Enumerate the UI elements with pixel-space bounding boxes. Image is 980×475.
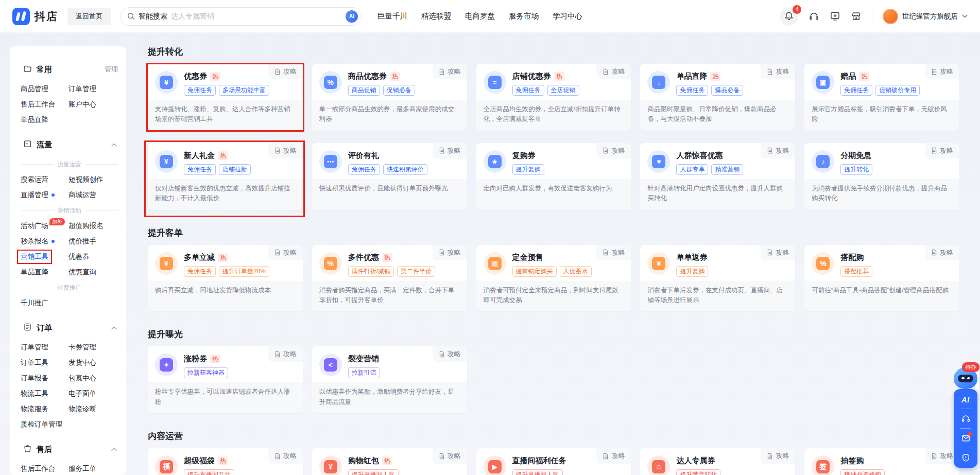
tool-card[interactable]: 攻略¥单单返券提升复购消费者下单后发券，在支付成功页、直播间、店铺等场景进行展示 (640, 245, 795, 312)
sidebar-item[interactable]: 订单报备 (21, 371, 68, 386)
sidebar-item[interactable]: 订单管理 (21, 340, 68, 355)
sidebar-item[interactable]: 优惠查询 (68, 265, 118, 280)
nav-link[interactable]: 精选联盟 (421, 11, 451, 21)
tool-card[interactable]: 攻略¥新人礼金热免佣任务店铺拉新仅对店铺新客生效的优惠立减，高效提升店铺拉新能力… (148, 143, 303, 210)
ai-robot-icon[interactable]: 待办 (954, 367, 977, 389)
sidebar-item[interactable]: 短视频创作 (68, 172, 118, 187)
tool-card[interactable]: 攻略⋯评价有礼免佣任务快速积累评价快速积累优质评价，且能获得订单页额外曝光 (312, 143, 467, 210)
tool-card[interactable]: 攻略%搭配购搭配推荐可前往“商品工具-商品搭配”创建/管理商品搭配购 (804, 245, 959, 312)
tool-card[interactable]: 攻略%多件优惠热满件打折/减钱第二件半价消费者购买指定商品，买满一定件数，合并下… (312, 245, 467, 312)
strategy-link[interactable]: 攻略 (268, 143, 303, 159)
strategy-link[interactable]: 攻略 (433, 64, 467, 79)
sidebar-item[interactable]: 商品管理 (21, 81, 68, 97)
tool-card[interactable]: 攻略¥多单立减热免佣任务提升订单量20%购后再买立减，同地址发货降低物流成本 (148, 245, 303, 312)
sidebar-item[interactable]: 售后工作台 (21, 461, 68, 475)
strategy-link[interactable]: 攻略 (761, 245, 795, 260)
nav-link[interactable]: 巨量千川 (377, 11, 407, 21)
strategy-link[interactable]: 攻略 (761, 143, 795, 159)
strategy-link[interactable]: 攻略 (925, 143, 959, 159)
tool-card[interactable]: 攻略▦定金预售提前锁定购买大促蓄水消费者可预付定金来预定商品，到时间支付尾款即可… (476, 245, 631, 312)
nav-link[interactable]: 电商罗盘 (465, 11, 495, 21)
nav-link[interactable]: 服务市场 (509, 11, 539, 21)
sidebar-item[interactable]: 优惠券 (68, 249, 118, 265)
service-headset-icon[interactable] (961, 414, 971, 424)
sidebar-item[interactable]: 超值购报名 (68, 218, 118, 234)
tool-card[interactable]: 攻略=店铺优惠券热免佣任务全店促销全店商品均生效的券，全店立减/折扣提升订单转化… (476, 64, 631, 131)
tool-card[interactable]: 攻略✦涨粉券热拉新获客神器粉丝专享优惠券，可以加速店铺或者合作达人涨粉 (148, 346, 303, 413)
multi-item-discount-icon: % (319, 252, 342, 275)
strategy-link[interactable]: 攻略 (925, 245, 959, 260)
message-inbox-icon[interactable] (961, 433, 971, 443)
sidebar-item[interactable]: 营销工具 (21, 249, 68, 265)
strategy-link[interactable]: 攻略 (761, 64, 795, 79)
tool-card[interactable]: 攻略▶直播间福利任务提升直播间人气 (476, 448, 631, 475)
sidebar-item[interactable]: 服务工单 (68, 461, 118, 475)
ai-assistant-button[interactable]: AI (961, 395, 970, 404)
shop-manage-icon[interactable] (851, 11, 862, 22)
sidebar-item[interactable]: 售后工作台 (21, 97, 68, 112)
doc-icon (603, 147, 609, 154)
sidebar-item[interactable]: 质检订单管理 (21, 417, 68, 432)
security-shield-icon[interactable] (961, 453, 971, 463)
nav-link[interactable]: 学习中心 (553, 11, 582, 21)
sidebar-item[interactable]: 优价推手 (68, 234, 118, 249)
strategy-link[interactable]: 攻略 (596, 64, 631, 79)
sidebar-item[interactable]: 单品直降 (21, 265, 68, 280)
sidebar-item[interactable]: 物流服务 (21, 401, 68, 417)
sidebar-item[interactable]: 物流诊断 (68, 401, 118, 417)
strategy-link[interactable]: 攻略 (433, 143, 467, 159)
sidebar-item[interactable]: 活动广场加补 (21, 218, 68, 234)
sidebar-item[interactable]: 单品直降 (21, 112, 68, 128)
sidebar-item[interactable]: 物流工具 (21, 386, 68, 401)
tool-card[interactable]: 攻略签抽签购稀缺品资格购 (804, 448, 959, 475)
strategy-link[interactable]: 攻略 (433, 346, 467, 362)
tool-card[interactable]: 攻略♥人群惊喜优惠人群专享精准营销针对高潜转化用户定向设置优惠券，提升人群购买转… (640, 143, 795, 210)
sidebar-item[interactable]: 电子面单 (68, 386, 118, 401)
search-input[interactable]: 智能搜索 达人专属营销 AI (120, 7, 362, 26)
strategy-link[interactable]: 攻略 (268, 346, 303, 362)
sidebar-item[interactable]: 订单管理 (68, 81, 118, 97)
strategy-link[interactable]: 攻略 (925, 64, 959, 79)
tool-card[interactable]: 攻略♪分期免息提升转化为消费者提供免手续费分期付款优惠，提升商品购买转化 (804, 143, 959, 210)
tool-card[interactable]: 攻略☺达人专属券提升带货转化 (640, 448, 795, 475)
notification-bell-icon[interactable]: 4 (780, 7, 798, 26)
strategy-link[interactable]: 攻略 (268, 64, 303, 79)
chevron-up-icon[interactable] (110, 447, 118, 452)
sidebar-item[interactable]: 包裹中心 (68, 371, 118, 386)
sidebar-item[interactable]: 搜索运营 (21, 172, 68, 187)
sidebar-item[interactable]: 卡券管理 (68, 340, 118, 355)
tool-card[interactable]: 攻略¥优惠券热免佣任务多场景功能丰富支持提转化、涨粉、复购、达人合作等多种营销场… (148, 64, 303, 131)
back-home-button[interactable]: 返回首页 (67, 8, 111, 25)
tool-card[interactable]: 攻略<裂变营销拉新引流以优惠券作为奖励，激励消费者分享给好友，提升商品流量 (312, 346, 467, 413)
sidebar-item[interactable]: 直播管理 (21, 187, 68, 203)
strategy-link[interactable]: 攻略 (433, 245, 467, 260)
sidebar-item[interactable]: 商城运营 (68, 187, 118, 203)
tool-card[interactable]: 攻略★复购券提升复购定向对已购人群发券，有效促进老客复购行为 (476, 143, 631, 210)
tool-card[interactable]: 攻略↓单品直降热免佣任务爆品必备商品限时限量购、日常降价促销，爆款商品必备，与大… (640, 64, 795, 131)
ai-search-icon[interactable]: AI (346, 10, 358, 23)
chevron-up-icon[interactable] (110, 142, 118, 148)
strategy-link[interactable]: 攻略 (761, 448, 795, 464)
shop-account-menu[interactable]: 世纪缘官方旗舰店 (883, 9, 968, 24)
doudian-logo[interactable]: 抖店 (12, 8, 58, 25)
tool-card[interactable]: 攻略福超级福袋热提升直播间互动 (148, 448, 303, 475)
strategy-link[interactable]: 攻略 (268, 245, 303, 260)
customer-service-icon[interactable] (809, 11, 819, 22)
tool-card[interactable]: 攻略¥购物红包热提升直播间人气 (312, 448, 467, 475)
creator-coupon-icon: ☺ (647, 455, 670, 475)
tool-card[interactable]: 攻略%商品优惠券热商品促销促销必备单一或部分商品生效的券，最多商家使用的成交利器 (312, 64, 467, 131)
sidebar-item[interactable]: 秒杀报名 (21, 234, 68, 249)
strategy-link[interactable]: 攻略 (596, 448, 631, 464)
chevron-up-icon[interactable] (110, 325, 118, 331)
sidebar-item[interactable]: 账户中心 (68, 97, 118, 112)
strategy-link[interactable]: 攻略 (596, 245, 631, 260)
sidebar-item[interactable]: 订单工具 (21, 355, 68, 371)
sidebar-item[interactable]: 千川推广 (21, 295, 68, 311)
strategy-link[interactable]: 攻略 (433, 448, 467, 464)
strategy-link[interactable]: 攻略 (596, 143, 631, 159)
download-client-icon[interactable] (830, 11, 840, 22)
sidebar-manage-link[interactable]: 管理 (105, 65, 118, 74)
strategy-link[interactable]: 攻略 (268, 448, 303, 464)
sidebar-item[interactable]: 发货中心 (68, 355, 118, 371)
tool-card[interactable]: 攻略▣赠品热免佣任务促销破价专用展示官方赠品标签，吸引消费者下单，无破价风险 (804, 64, 959, 131)
